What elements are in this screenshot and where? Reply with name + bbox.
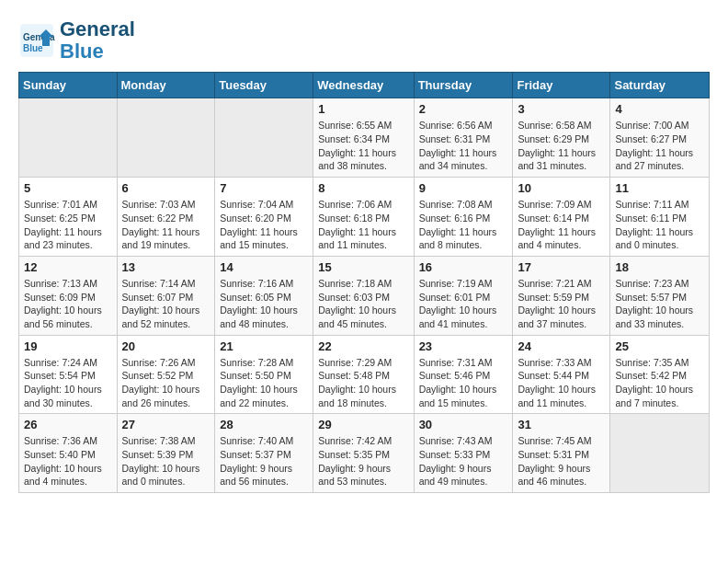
weekday-header: Friday: [513, 73, 610, 98]
day-info: Sunrise: 7:09 AM Sunset: 6:14 PM Dayligh…: [518, 198, 605, 252]
calendar-table: SundayMondayTuesdayWednesdayThursdayFrid…: [18, 72, 710, 493]
calendar-cell: 6Sunrise: 7:03 AM Sunset: 6:22 PM Daylig…: [117, 178, 215, 257]
calendar-cell: 4Sunrise: 7:00 AM Sunset: 6:27 PM Daylig…: [610, 98, 710, 178]
calendar-cell: 7Sunrise: 7:04 AM Sunset: 6:20 PM Daylig…: [215, 178, 313, 257]
calendar-cell: 20Sunrise: 7:26 AM Sunset: 5:52 PM Dayli…: [117, 335, 215, 414]
day-info: Sunrise: 7:14 AM Sunset: 6:07 PM Dayligh…: [122, 277, 210, 331]
calendar-week-row: 5Sunrise: 7:01 AM Sunset: 6:25 PM Daylig…: [19, 178, 710, 257]
calendar-cell: 13Sunrise: 7:14 AM Sunset: 6:07 PM Dayli…: [117, 256, 215, 335]
calendar-cell: 15Sunrise: 7:18 AM Sunset: 6:03 PM Dayli…: [313, 256, 414, 335]
calendar-cell: 21Sunrise: 7:28 AM Sunset: 5:50 PM Dayli…: [215, 335, 313, 414]
day-info: Sunrise: 7:00 AM Sunset: 6:27 PM Dayligh…: [615, 119, 704, 173]
svg-text:General: General: [23, 32, 55, 42]
day-number: 18: [615, 260, 704, 274]
calendar-cell: 12Sunrise: 7:13 AM Sunset: 6:09 PM Dayli…: [19, 256, 118, 335]
day-number: 11: [615, 181, 704, 195]
day-number: 30: [419, 418, 508, 431]
day-info: Sunrise: 7:24 AM Sunset: 5:54 PM Dayligh…: [24, 356, 112, 410]
weekday-header: Monday: [117, 73, 215, 98]
calendar-cell: 23Sunrise: 7:31 AM Sunset: 5:46 PM Dayli…: [414, 335, 513, 414]
calendar-cell: 18Sunrise: 7:23 AM Sunset: 5:57 PM Dayli…: [610, 256, 710, 335]
calendar-cell: 14Sunrise: 7:16 AM Sunset: 6:05 PM Dayli…: [215, 256, 313, 335]
day-number: 17: [518, 260, 605, 274]
calendar-cell: 26Sunrise: 7:36 AM Sunset: 5:40 PM Dayli…: [19, 414, 118, 493]
calendar-cell: 10Sunrise: 7:09 AM Sunset: 6:14 PM Dayli…: [513, 178, 610, 257]
calendar-cell: 1Sunrise: 6:55 AM Sunset: 6:34 PM Daylig…: [313, 98, 414, 178]
day-info: Sunrise: 7:08 AM Sunset: 6:16 PM Dayligh…: [419, 198, 508, 252]
day-info: Sunrise: 7:18 AM Sunset: 6:03 PM Dayligh…: [318, 277, 408, 331]
calendar-cell: 30Sunrise: 7:43 AM Sunset: 5:33 PM Dayli…: [414, 414, 513, 493]
day-info: Sunrise: 7:19 AM Sunset: 6:01 PM Dayligh…: [419, 277, 508, 331]
day-info: Sunrise: 7:31 AM Sunset: 5:46 PM Dayligh…: [419, 356, 508, 410]
day-info: Sunrise: 7:33 AM Sunset: 5:44 PM Dayligh…: [518, 356, 605, 410]
day-info: Sunrise: 7:38 AM Sunset: 5:39 PM Dayligh…: [122, 434, 210, 488]
day-number: 16: [419, 260, 508, 274]
day-number: 29: [318, 418, 408, 431]
day-info: Sunrise: 7:13 AM Sunset: 6:09 PM Dayligh…: [24, 277, 112, 331]
day-info: Sunrise: 7:40 AM Sunset: 5:37 PM Dayligh…: [220, 434, 308, 488]
page-header: General Blue GeneralBlue: [18, 18, 710, 63]
day-info: Sunrise: 7:26 AM Sunset: 5:52 PM Dayligh…: [122, 356, 210, 410]
day-number: 21: [220, 339, 308, 353]
weekday-header: Saturday: [610, 73, 710, 98]
weekday-header: Wednesday: [313, 73, 414, 98]
day-info: Sunrise: 7:43 AM Sunset: 5:33 PM Dayligh…: [419, 434, 508, 488]
logo-icon: General Blue: [18, 22, 55, 59]
calendar-cell: [610, 414, 710, 493]
day-info: Sunrise: 7:45 AM Sunset: 5:31 PM Dayligh…: [518, 434, 605, 488]
day-info: Sunrise: 7:03 AM Sunset: 6:22 PM Dayligh…: [122, 198, 210, 252]
day-number: 19: [24, 339, 112, 353]
calendar-cell: 22Sunrise: 7:29 AM Sunset: 5:48 PM Dayli…: [313, 335, 414, 414]
day-number: 9: [419, 181, 508, 195]
day-number: 23: [419, 339, 508, 353]
calendar-cell: [19, 98, 118, 178]
calendar-cell: 28Sunrise: 7:40 AM Sunset: 5:37 PM Dayli…: [215, 414, 313, 493]
day-number: 4: [615, 102, 704, 116]
calendar-cell: 27Sunrise: 7:38 AM Sunset: 5:39 PM Dayli…: [117, 414, 215, 493]
day-number: 28: [220, 418, 308, 431]
weekday-header: Tuesday: [215, 73, 313, 98]
day-info: Sunrise: 6:56 AM Sunset: 6:31 PM Dayligh…: [419, 119, 508, 173]
day-number: 25: [615, 339, 704, 353]
day-info: Sunrise: 7:04 AM Sunset: 6:20 PM Dayligh…: [220, 198, 308, 252]
day-number: 24: [518, 339, 605, 353]
calendar-header-row: SundayMondayTuesdayWednesdayThursdayFrid…: [19, 73, 710, 98]
day-number: 26: [24, 418, 112, 431]
calendar-cell: 24Sunrise: 7:33 AM Sunset: 5:44 PM Dayli…: [513, 335, 610, 414]
day-info: Sunrise: 7:23 AM Sunset: 5:57 PM Dayligh…: [615, 277, 704, 331]
day-number: 12: [24, 260, 112, 274]
day-number: 14: [220, 260, 308, 274]
day-info: Sunrise: 7:28 AM Sunset: 5:50 PM Dayligh…: [220, 356, 308, 410]
day-number: 22: [318, 339, 408, 353]
calendar-cell: 29Sunrise: 7:42 AM Sunset: 5:35 PM Dayli…: [313, 414, 414, 493]
day-info: Sunrise: 6:58 AM Sunset: 6:29 PM Dayligh…: [518, 119, 605, 173]
calendar-cell: 11Sunrise: 7:11 AM Sunset: 6:11 PM Dayli…: [610, 178, 710, 257]
calendar-cell: 5Sunrise: 7:01 AM Sunset: 6:25 PM Daylig…: [19, 178, 118, 257]
day-info: Sunrise: 7:06 AM Sunset: 6:18 PM Dayligh…: [318, 198, 408, 252]
day-info: Sunrise: 6:55 AM Sunset: 6:34 PM Dayligh…: [318, 119, 408, 173]
day-number: 1: [318, 102, 408, 116]
day-number: 13: [122, 260, 210, 274]
calendar-week-row: 26Sunrise: 7:36 AM Sunset: 5:40 PM Dayli…: [19, 414, 710, 493]
calendar-cell: 8Sunrise: 7:06 AM Sunset: 6:18 PM Daylig…: [313, 178, 414, 257]
day-number: 3: [518, 102, 605, 116]
calendar-cell: [117, 98, 215, 178]
svg-text:Blue: Blue: [23, 43, 43, 53]
calendar-week-row: 12Sunrise: 7:13 AM Sunset: 6:09 PM Dayli…: [19, 256, 710, 335]
day-number: 15: [318, 260, 408, 274]
calendar-cell: 17Sunrise: 7:21 AM Sunset: 5:59 PM Dayli…: [513, 256, 610, 335]
day-number: 8: [318, 181, 408, 195]
day-number: 5: [24, 181, 112, 195]
calendar-cell: 3Sunrise: 6:58 AM Sunset: 6:29 PM Daylig…: [513, 98, 610, 178]
calendar-cell: [215, 98, 313, 178]
day-info: Sunrise: 7:35 AM Sunset: 5:42 PM Dayligh…: [615, 356, 704, 410]
day-number: 6: [122, 181, 210, 195]
weekday-header: Thursday: [414, 73, 513, 98]
day-info: Sunrise: 7:42 AM Sunset: 5:35 PM Dayligh…: [318, 434, 408, 488]
calendar-week-row: 19Sunrise: 7:24 AM Sunset: 5:54 PM Dayli…: [19, 335, 710, 414]
day-number: 2: [419, 102, 508, 116]
calendar-week-row: 1Sunrise: 6:55 AM Sunset: 6:34 PM Daylig…: [19, 98, 710, 178]
calendar-cell: 19Sunrise: 7:24 AM Sunset: 5:54 PM Dayli…: [19, 335, 118, 414]
weekday-header: Sunday: [19, 73, 118, 98]
day-info: Sunrise: 7:29 AM Sunset: 5:48 PM Dayligh…: [318, 356, 408, 410]
